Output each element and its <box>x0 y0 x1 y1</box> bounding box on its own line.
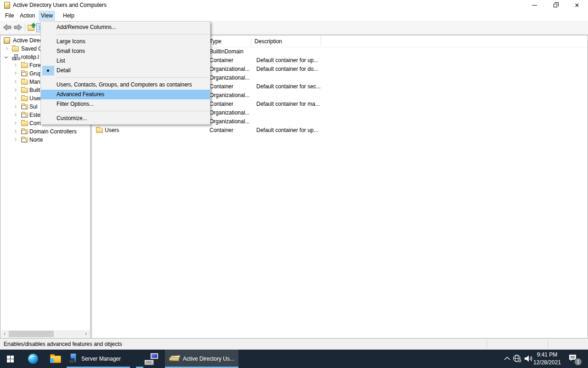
folder-icon <box>21 80 28 85</box>
tree-item-norte[interactable]: Norte <box>0 136 90 144</box>
menu-item-label: Small Icons <box>57 48 85 54</box>
cell-description: Default container for ma... <box>256 100 320 109</box>
close-button[interactable]: × <box>566 0 588 11</box>
chevron-right-icon[interactable] <box>13 113 17 116</box>
minimize-icon <box>532 5 537 6</box>
forward-arrow-icon[interactable] <box>14 24 23 31</box>
screen: Active Directory Users and Computers × F… <box>0 0 588 368</box>
column-header-description[interactable]: Description <box>254 38 282 45</box>
monitor-shape <box>150 353 158 359</box>
taskbar-label: Server Manager <box>81 350 121 368</box>
scroll-right-arrow-icon[interactable]: › <box>82 330 90 338</box>
chevron-right-icon[interactable] <box>13 63 17 67</box>
network-globe-icon[interactable] <box>513 354 522 363</box>
menu-item-label: Customize... <box>57 115 87 121</box>
menu-item-filter-options[interactable]: Filter Options... <box>41 99 210 109</box>
chevron-right-icon[interactable] <box>13 97 17 100</box>
chevron-down-icon[interactable] <box>5 55 8 58</box>
tree-item-label: User <box>29 94 41 103</box>
ou-folder-icon <box>21 71 28 76</box>
cell-type: Organizational... <box>209 74 249 82</box>
menu-action[interactable]: Action <box>17 11 37 21</box>
tree-item-label: Active Direc <box>13 36 42 45</box>
tree-item-label: Man <box>29 78 40 86</box>
minimize-button[interactable] <box>524 0 545 11</box>
aduc-icon <box>169 356 181 362</box>
cell-type: Container <box>209 126 233 135</box>
folder-accent <box>50 358 54 363</box>
menu-view[interactable]: View <box>39 11 55 21</box>
notification-badge: 1 <box>574 358 582 366</box>
menu-help[interactable]: Help <box>61 11 77 21</box>
close-icon: × <box>575 1 579 9</box>
windows-logo-icon <box>7 356 10 359</box>
tree-item-domain-controllers[interactable]: Domain Controllers <box>0 127 90 136</box>
cell-name: Users <box>105 126 119 135</box>
chevron-right-icon[interactable] <box>5 47 8 50</box>
ou-folder-icon <box>21 113 28 118</box>
menu-item-list[interactable]: List <box>41 56 210 66</box>
cell-description: Default container for sec... <box>256 82 321 91</box>
tree-item-label: Sul <box>29 103 37 111</box>
menu-item-detail[interactable]: Detail <box>41 66 210 75</box>
folder-icon <box>21 63 28 68</box>
devices-icon[interactable] <box>144 353 158 365</box>
menu-item-small-icons[interactable]: Small Icons <box>41 46 210 56</box>
menu-bar: FileActionViewHelp <box>0 11 588 21</box>
chevron-right-icon[interactable] <box>13 88 17 92</box>
menu-item-label: Users, Contacts, Groups, and Computers a… <box>57 81 192 88</box>
restore-icon <box>554 4 557 7</box>
console-icon <box>4 37 10 44</box>
chevron-right-icon[interactable] <box>13 138 17 141</box>
tree-item-label: Saved Q <box>21 45 43 53</box>
scrollbar-thumb[interactable] <box>9 331 54 337</box>
menu-item-advanced-features[interactable]: Advanced Features <box>41 90 210 99</box>
chevron-right-icon[interactable] <box>13 80 17 83</box>
window-title: Active Directory Users and Computers <box>13 0 107 11</box>
cell-type: BuiltinDomain <box>209 47 243 56</box>
taskbar: Server Manager Active Directory Us... <box>0 350 588 368</box>
tree-item-label: Norte <box>29 136 43 144</box>
tree-item-label: Com <box>29 119 41 127</box>
title-bar: Active Directory Users and Computers × <box>0 0 588 11</box>
start-button[interactable] <box>0 350 21 368</box>
folder-tab <box>50 354 55 356</box>
notification-icon[interactable]: 1 <box>569 354 582 366</box>
file-explorer-icon[interactable] <box>50 354 61 363</box>
radio-selected-icon <box>42 66 54 75</box>
cell-type: Container <box>209 100 233 109</box>
tree-item-label: Grup <box>29 69 42 78</box>
menu-item-add-remove-columns[interactable]: Add/Remove Columns... <box>41 23 210 32</box>
column-separator[interactable] <box>321 36 321 46</box>
cell-description: Default container for do... <box>256 65 318 74</box>
folder-icon <box>21 121 28 126</box>
chevron-right-icon[interactable] <box>13 130 17 133</box>
menu-item-users-contacts-groups-and-computers-as-containers[interactable]: Users, Contacts, Groups, and Computers a… <box>41 80 210 90</box>
cell-description: Default container for up... <box>256 126 318 135</box>
tree-item-label: Fore <box>29 61 41 69</box>
domain-icon <box>12 54 19 60</box>
menu-item-label: List <box>57 58 65 64</box>
menu-item-large-icons[interactable]: Large Icons <box>41 37 210 46</box>
taskbar-button-aduc[interactable]: Active Directory Us... <box>165 350 238 368</box>
back-arrow-icon[interactable] <box>3 24 11 31</box>
restore-button[interactable] <box>545 0 566 11</box>
ou-folder-icon <box>21 104 28 109</box>
chevron-up-icon[interactable] <box>503 356 511 361</box>
menu-item-label: Detail <box>57 67 71 74</box>
column-header-type[interactable]: Type <box>209 38 221 45</box>
column-separator[interactable] <box>251 36 251 46</box>
up-one-level-icon[interactable] <box>28 24 34 29</box>
menu-file[interactable]: File <box>3 11 16 21</box>
scroll-left-arrow-icon[interactable]: ‹ <box>1 330 8 338</box>
tray-clock[interactable]: 9:41 PM 12/28/2021 <box>529 351 565 366</box>
taskbar-button-server-manager[interactable]: Server Manager <box>66 350 131 368</box>
chevron-right-icon[interactable] <box>13 105 17 108</box>
chevron-right-icon[interactable] <box>13 121 17 125</box>
menu-item-customize[interactable]: Customize... <box>41 114 210 123</box>
list-row[interactable]: UsersContainerDefault container for up..… <box>92 126 588 135</box>
chevron-right-icon[interactable] <box>13 72 17 75</box>
folder-icon <box>12 46 19 52</box>
tree-horizontal-scrollbar[interactable]: ‹ › <box>1 330 90 338</box>
edge-icon[interactable] <box>28 354 38 364</box>
